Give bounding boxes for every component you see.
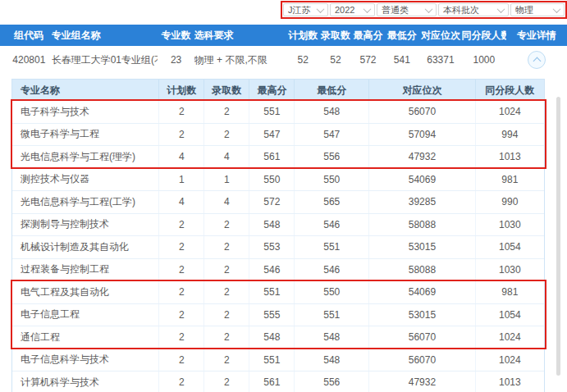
value-cell: 548	[249, 326, 294, 349]
value-cell: 58088	[368, 214, 475, 236]
value-cell: 981	[475, 281, 544, 303]
column-header: 录取数	[319, 29, 352, 43]
value-cell: 1013	[475, 371, 544, 392]
filter-year[interactable]: 2022	[330, 3, 375, 16]
value-cell: 2	[203, 259, 249, 281]
table-row: 过程装备与控制工程22546546580881030	[12, 259, 544, 282]
value-cell: 547	[249, 124, 294, 146]
value-cell: 4	[203, 146, 249, 168]
value-cell: 53015	[368, 304, 475, 326]
value-cell: 1054	[475, 304, 544, 326]
value-cell: 2	[203, 349, 249, 371]
filter-province[interactable]: J江苏	[283, 3, 328, 16]
value-cell: 1024	[475, 349, 544, 371]
chevron-down-icon	[364, 5, 372, 13]
column-header: 组代码	[7, 29, 52, 43]
table-row: 机械设计制造及其自动化22553551530151054	[12, 236, 544, 259]
filter-bar: J江苏2022普通类本科批次物理	[281, 1, 567, 19]
value-cell: 2	[158, 349, 203, 371]
value-cell: 2	[158, 304, 203, 326]
table-row: 探测制导与控制技术22548546580881030	[12, 214, 544, 237]
filter-value: 2022	[335, 5, 354, 15]
value-cell: 550	[294, 281, 368, 303]
filter-category[interactable]: 普通类	[377, 3, 437, 16]
value-cell: 56070	[368, 101, 475, 123]
chevron-up-icon	[533, 57, 541, 66]
value-cell: 1	[203, 169, 249, 191]
value-cell: 2	[203, 236, 249, 258]
value-cell: 2	[203, 371, 249, 392]
value-cell: 2	[158, 326, 203, 349]
column-header: 同分段人数	[475, 80, 544, 101]
table-row: 光电信息科学与工程(工学)4457256539285990	[12, 191, 544, 214]
value-cell: 546	[294, 214, 368, 236]
column-header: 最低分	[294, 80, 368, 101]
column-header: 专业数	[158, 29, 194, 43]
value-cell: 1024	[475, 326, 544, 349]
filter-value: J江苏	[288, 4, 311, 16]
table-row: 电子科学与技术22551548560701024	[12, 101, 544, 124]
filter-batch[interactable]: 本科批次	[438, 3, 509, 16]
major-name: 通信工程	[12, 326, 158, 349]
group-value-cell: 物理 + 不限,不限	[194, 53, 287, 67]
value-cell: 2	[158, 371, 203, 392]
group-value-cell: 52	[319, 54, 352, 66]
subtable-header: 专业名称计划数录取数最高分最低分对应位次同分段人数	[12, 80, 544, 101]
column-header: 选科要求	[194, 29, 287, 43]
column-header: 最低分	[384, 29, 419, 43]
value-cell: 565	[294, 191, 368, 213]
value-cell: 551	[249, 349, 294, 371]
major-name: 微电子科学与工程	[12, 124, 158, 146]
value-cell: 54069	[368, 169, 475, 191]
value-cell: 548	[294, 326, 368, 349]
major-name: 电子信息科学与技术	[12, 349, 158, 371]
value-cell: 47932	[368, 146, 475, 168]
column-header: 专业名称	[12, 80, 158, 101]
value-cell: 981	[475, 169, 544, 191]
value-cell: 2	[158, 214, 203, 236]
majors-subtable: 专业名称计划数录取数最高分最低分对应位次同分段人数 电子科学与技术2255154…	[11, 79, 545, 392]
value-cell: 2	[203, 101, 249, 123]
column-header: 专业组名称	[52, 29, 158, 43]
value-cell: 57094	[368, 124, 475, 146]
value-cell: 2	[158, 124, 203, 146]
value-cell: 561	[249, 371, 294, 392]
major-name: 光电信息科学与工程(理学)	[12, 146, 158, 168]
group-value-cell: 541	[384, 54, 419, 66]
value-cell: 39285	[368, 191, 475, 213]
value-cell: 2	[158, 236, 203, 258]
value-cell: 1030	[475, 259, 544, 281]
column-header: 录取数	[203, 80, 249, 101]
value-cell: 2	[158, 281, 203, 303]
value-cell: 548	[249, 214, 294, 236]
column-header: 对应位次	[419, 29, 461, 43]
collapse-row-button[interactable]	[528, 51, 546, 69]
value-cell: 1030	[475, 214, 544, 236]
group-value-cell: 63371	[419, 54, 461, 66]
value-cell: 1024	[475, 101, 544, 123]
chevron-down-icon	[425, 5, 433, 13]
value-cell: 551	[294, 304, 368, 326]
filter-value: 普通类	[382, 4, 409, 16]
major-name: 电子信息工程	[12, 304, 158, 326]
filter-value: 本科批次	[443, 4, 479, 16]
value-cell: 4	[203, 191, 249, 213]
chevron-down-icon	[317, 5, 325, 13]
table-row: 光电信息科学与工程(理学)44561556479321013	[12, 146, 544, 169]
value-cell: 1	[158, 169, 203, 191]
column-header: 对应位次	[368, 80, 475, 101]
scrollbar[interactable]	[556, 97, 560, 376]
value-cell: 2	[158, 259, 203, 281]
value-cell: 1013	[475, 146, 544, 168]
value-cell: 561	[249, 146, 294, 168]
value-cell: 551	[294, 236, 368, 258]
value-cell: 550	[249, 169, 294, 191]
value-cell: 553	[249, 236, 294, 258]
filter-value: 物理	[515, 4, 533, 16]
value-cell: 53015	[368, 236, 475, 258]
table-row: 微电子科学与工程2254754757094994	[12, 124, 544, 147]
value-cell: 2	[203, 304, 249, 326]
group-value-cell: 572	[352, 54, 385, 66]
column-header: 计划数	[158, 80, 203, 101]
filter-subject[interactable]: 物理	[510, 3, 565, 16]
